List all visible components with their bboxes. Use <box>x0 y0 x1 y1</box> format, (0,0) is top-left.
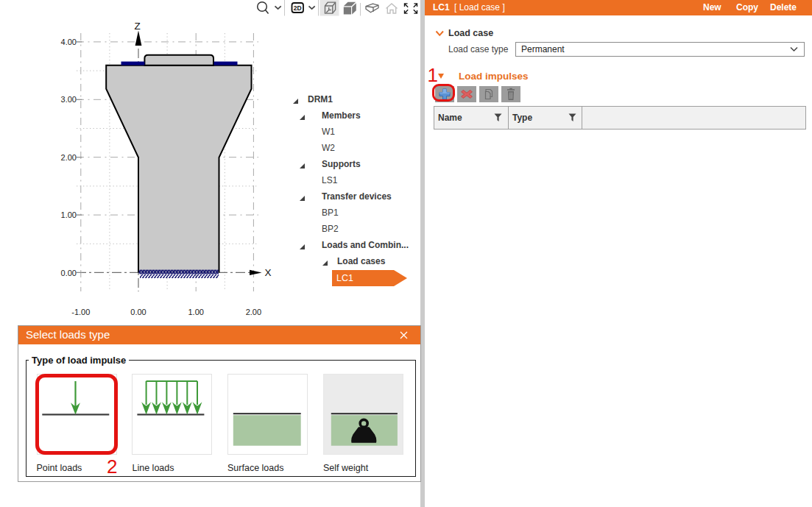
svg-text:0.00: 0.00 <box>130 308 146 316</box>
svg-text:2.00: 2.00 <box>61 153 77 162</box>
svg-text:X: X <box>265 267 272 278</box>
svg-text:1.00: 1.00 <box>61 210 77 219</box>
svg-text:-1.00: -1.00 <box>71 308 90 316</box>
svg-text:Z: Z <box>135 21 141 32</box>
svg-text:1.00: 1.00 <box>188 308 203 316</box>
svg-text:3.00: 3.00 <box>61 95 77 104</box>
svg-text:4.00: 4.00 <box>61 38 77 46</box>
svg-text:0.00: 0.00 <box>61 269 77 277</box>
svg-text:2D: 2D <box>294 4 302 12</box>
svg-text:2.00: 2.00 <box>246 308 261 316</box>
